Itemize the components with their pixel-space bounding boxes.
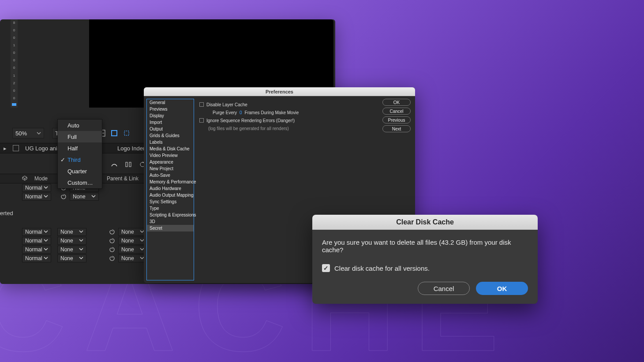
quality-popup-menu: AutoFullHalf✓ThirdQuarterCustom… xyxy=(57,119,102,189)
preferences-title: Preferences xyxy=(266,89,293,94)
pref-category-memory-performance[interactable]: Memory & Performance xyxy=(147,179,194,185)
chevron-down-icon xyxy=(44,255,48,261)
tab-reveal-icon[interactable]: ▸ xyxy=(4,145,7,152)
quality-option-half[interactable]: Half xyxy=(58,142,102,154)
cube-3d-icon[interactable] xyxy=(19,175,27,182)
chevron-down-icon xyxy=(79,255,83,261)
parent-link-dropdown[interactable]: None xyxy=(70,193,99,201)
quality-option-third[interactable]: ✓Third xyxy=(58,154,102,165)
region-of-interest-icon[interactable] xyxy=(122,128,131,138)
ruler-tick: 0 xyxy=(13,89,15,93)
zoom-value: 50% xyxy=(15,130,27,137)
clear-cache-titlebar: Clear Disk Cache xyxy=(312,215,538,230)
pref-category-labels[interactable]: Labels xyxy=(147,139,194,146)
pref-category-secret[interactable]: Secret xyxy=(147,225,194,231)
purge-every-value[interactable]: 0 xyxy=(240,110,242,115)
frame-blend-icon[interactable] xyxy=(124,160,133,169)
pref-category-new-project[interactable]: New Project xyxy=(147,165,194,172)
chevron-down-icon xyxy=(79,238,83,244)
quality-option-full[interactable]: Full xyxy=(58,131,102,142)
pickwhip-icon[interactable] xyxy=(109,228,116,235)
ruler-tick: 0 xyxy=(13,36,15,40)
ignore-seq-errors-checkbox[interactable] xyxy=(199,118,204,123)
quality-option-custom[interactable]: Custom… xyxy=(58,177,102,188)
ok-button[interactable]: OK xyxy=(476,282,528,295)
mask-visibility-icon[interactable] xyxy=(109,128,119,138)
purge-every-label: Purge Every xyxy=(213,110,237,115)
pickwhip-icon[interactable] xyxy=(109,246,116,253)
cancel-button[interactable]: Cancel xyxy=(418,282,470,295)
track-matte-dropdown-value: None xyxy=(60,255,73,261)
parent-link-dropdown-value: None xyxy=(121,238,134,244)
parent-link-dropdown[interactable]: None xyxy=(118,254,147,262)
track-matte-dropdown[interactable]: None xyxy=(57,246,86,254)
blend-mode-dropdown[interactable]: Normal xyxy=(22,237,51,245)
zoom-dropdown[interactable]: 50% xyxy=(12,128,44,138)
disable-layer-cache-label: Disable Layer Cache xyxy=(206,102,247,107)
pref-category-type[interactable]: Type xyxy=(147,205,194,212)
ruler-tick: 1 xyxy=(13,74,15,78)
pref-category-previews[interactable]: Previews xyxy=(147,106,194,112)
ruler-tick: 0 xyxy=(13,97,15,100)
pref-category-sync-settings[interactable]: Sync Settings xyxy=(147,198,194,205)
track-matte-dropdown[interactable]: None xyxy=(57,228,86,236)
clear-disk-cache-dialog: Clear Disk Cache Are you sure you want t… xyxy=(312,215,538,304)
clear-cache-all-versions-checkbox[interactable]: ✓ xyxy=(322,264,330,272)
blend-mode-dropdown[interactable]: Normal xyxy=(22,184,51,192)
blend-mode-dropdown-value: Normal xyxy=(25,229,42,235)
parent-link-dropdown[interactable]: None xyxy=(118,237,147,245)
ignore-seq-errors-label: Ignore Sequence Rendering Errors (Danger… xyxy=(206,118,295,123)
pref-ok-button[interactable]: OK xyxy=(382,99,411,106)
pref-category-import[interactable]: Import xyxy=(147,119,194,126)
ruler-tick: 0 xyxy=(13,66,15,70)
chevron-down-icon xyxy=(44,185,48,191)
track-matte-dropdown[interactable]: None xyxy=(57,254,86,262)
pref-category-output[interactable]: Output xyxy=(147,126,194,132)
blend-mode-dropdown-value: Normal xyxy=(25,194,42,200)
shy-icon[interactable] xyxy=(109,160,119,169)
disable-layer-cache-checkbox[interactable] xyxy=(199,102,204,107)
blend-mode-dropdown[interactable]: Normal xyxy=(22,193,51,201)
pref-category-3d[interactable]: 3D xyxy=(147,218,194,225)
blend-mode-dropdown[interactable]: Normal xyxy=(22,228,51,236)
blend-mode-dropdown[interactable]: Normal xyxy=(22,254,51,262)
pickwhip-icon[interactable] xyxy=(60,193,67,200)
pref-category-scripting-expressions[interactable]: Scripting & Expressions xyxy=(147,212,194,218)
pref-category-auto-save[interactable]: Auto-Save xyxy=(147,172,194,179)
parent-link-dropdown[interactable]: None xyxy=(118,246,147,254)
pref-category-video-preview[interactable]: Video Preview xyxy=(147,152,194,159)
pref-category-grids-guides[interactable]: Grids & Guides xyxy=(147,132,194,139)
quality-option-auto[interactable]: Auto xyxy=(58,119,102,131)
blend-mode-dropdown-value: Normal xyxy=(25,238,42,244)
quality-option-label: Third xyxy=(67,157,81,163)
parent-link-dropdown-value: None xyxy=(121,229,134,235)
track-matte-dropdown[interactable]: None xyxy=(57,237,86,245)
chevron-down-icon xyxy=(91,194,96,200)
quality-option-quarter[interactable]: Quarter xyxy=(58,165,102,177)
pref-category-general[interactable]: General xyxy=(147,99,194,106)
truncated-label: erted xyxy=(0,210,13,216)
blend-mode-dropdown-value: Normal xyxy=(25,185,42,191)
chevron-down-icon xyxy=(44,194,48,200)
clear-cache-title: Clear Disk Cache xyxy=(396,218,454,226)
pref-category-appearance[interactable]: Appearance xyxy=(147,159,194,165)
blend-mode-dropdown[interactable]: Normal xyxy=(22,246,51,254)
pref-next-button[interactable]: Next xyxy=(382,125,411,132)
preferences-buttons: OKCancelPreviousNext xyxy=(382,99,411,132)
quality-option-label: Half xyxy=(67,145,78,152)
pref-category-media-disk-cache[interactable]: Media & Disk Cache xyxy=(147,146,194,152)
pickwhip-icon[interactable] xyxy=(109,255,116,262)
quality-option-label: Full xyxy=(67,134,77,140)
col-parent: Parent & Link xyxy=(107,175,139,182)
clear-cache-checkbox-label: Clear disk cache for all versions. xyxy=(334,265,430,272)
pref-cancel-button[interactable]: Cancel xyxy=(382,108,411,115)
pref-category-display[interactable]: Display xyxy=(147,112,194,119)
purge-every-label2: Frames During Make Movie xyxy=(245,110,299,115)
composition-color-swatch[interactable] xyxy=(13,145,19,151)
pref-category-audio-output-mapping[interactable]: Audio Output Mapping xyxy=(147,192,194,198)
pref-previous-button[interactable]: Previous xyxy=(382,116,411,123)
ruler-tick: 0 xyxy=(13,59,15,62)
parent-link-dropdown[interactable]: None xyxy=(118,228,147,236)
pref-category-audio-hardware[interactable]: Audio Hardware xyxy=(147,185,194,192)
pickwhip-icon[interactable] xyxy=(109,237,116,244)
